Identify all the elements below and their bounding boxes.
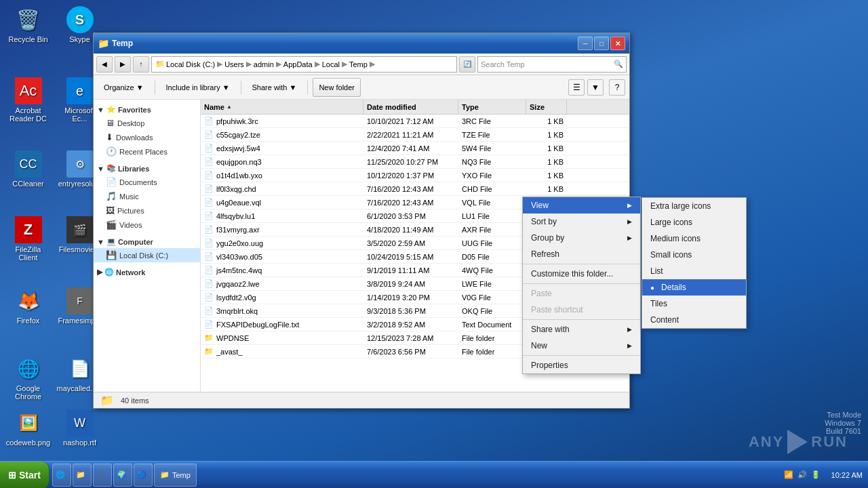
refresh-nav-button[interactable]: 🔄	[459, 56, 475, 73]
desktop-icon-recycle-bin[interactable]: 🗑️ Recycle Bin	[3, 3, 54, 46]
file-name-cell: 📄 4lfsqybv.lu1	[201, 211, 363, 220]
view-options-button[interactable]: ▼	[587, 79, 604, 96]
ctx-customize[interactable]: Customize this folder...	[523, 266, 640, 282]
sidebar-item-downloads[interactable]: ⬇ Downloads	[94, 130, 200, 144]
file-row[interactable]: 📄 equjgpon.nq3 11/25/2020 10:27 PM NQ3 F…	[201, 155, 629, 169]
ctx-properties[interactable]: Properties	[523, 357, 640, 373]
share-with-button[interactable]: Share with ▼	[246, 78, 303, 97]
desktop-icon-ccleaner[interactable]: CC CCleaner	[3, 148, 54, 190]
submenu-tiles[interactable]: Tiles	[642, 296, 746, 312]
ctx-separator-2	[523, 283, 640, 284]
list-label: List	[650, 266, 663, 276]
submenu-details[interactable]: ● Details	[642, 279, 746, 296]
ctx-refresh[interactable]: Refresh	[523, 246, 640, 262]
file-name: pfpuhiwk.3rc	[216, 117, 258, 125]
recent-places-icon: 🕐	[106, 146, 117, 157]
sidebar-item-music[interactable]: 🎵 Music	[94, 189, 200, 203]
file-icon: 📄	[204, 198, 214, 207]
address-path[interactable]: 📁 Local Disk (C:) ▶ Users ▶ admin ▶ AppD…	[151, 56, 457, 73]
file-name: _avast_	[216, 348, 243, 356]
file-row[interactable]: 📄 c55cgay2.tze 2/22/2021 11:21 AM TZE Fi…	[201, 128, 629, 142]
organize-button[interactable]: Organize ▼	[98, 78, 150, 97]
file-row[interactable]: 📄 lf0l3xqg.chd 7/16/2020 12:43 AM CHD Fi…	[201, 182, 629, 196]
ctx-paste[interactable]: Paste	[523, 285, 640, 302]
file-date-cell: 12/4/2020 7:41 AM	[363, 144, 458, 152]
desktop-icon-codeweb[interactable]: 🖼️ codeweb.png	[3, 407, 54, 449]
ctx-new[interactable]: New ▶	[523, 338, 640, 354]
ctx-paste-shortcut[interactable]: Paste shortcut	[523, 302, 640, 318]
search-input[interactable]	[481, 60, 614, 68]
file-type-cell: Text Document	[458, 321, 526, 329]
file-icon: 📄	[204, 144, 214, 152]
submenu-medium-icons[interactable]: Medium icons	[642, 230, 746, 247]
include-library-button[interactable]: Include in library ▼	[160, 78, 236, 97]
col-header-name[interactable]: Name ▲	[201, 100, 363, 114]
file-icon: 📄	[204, 239, 214, 247]
taskbar-media-button[interactable]: 🎵	[93, 464, 112, 487]
sidebar-item-desktop[interactable]: 🖥 Desktop	[94, 116, 200, 130]
col-header-date[interactable]: Date modified	[363, 100, 458, 114]
file-size-cell: 1 KB	[526, 144, 567, 152]
organize-arrow-icon: ▼	[136, 83, 144, 92]
file-row[interactable]: 📄 o1t4d1wb.yxo 10/12/2020 1:37 PM YXO Fi…	[201, 169, 629, 182]
desktop-icon-firefox[interactable]: 🦊 Firefox	[3, 285, 54, 327]
desktop-icon-filezilla[interactable]: Z FileZilla Client	[3, 214, 54, 264]
submenu-large-icons[interactable]: Large icons	[642, 214, 746, 230]
file-type-cell: 3RC File	[458, 117, 526, 125]
file-name: f31vmyrg.axr	[216, 226, 260, 234]
file-name: edxsjwvj.5w4	[216, 144, 260, 152]
libraries-header[interactable]: ▼ 📚 Libraries	[94, 162, 200, 175]
desktop-icon-chrome[interactable]: 🌐 Google Chrome	[3, 352, 54, 403]
start-button[interactable]: ⊞ Start	[0, 462, 50, 489]
nashop-label: nashop.rtf	[63, 439, 96, 447]
taskbar-temp-icon: 📁	[160, 470, 170, 479]
up-button[interactable]: ↑	[133, 56, 149, 73]
file-row[interactable]: 📄 pfpuhiwk.3rc 10/10/2021 7:12 AM 3RC Fi…	[201, 115, 629, 128]
libraries-expand-icon: ▼	[97, 165, 104, 173]
taskbar-items: 🌐 📁 🎵 🌍 🔵 📁 Temp	[50, 464, 778, 487]
computer-header[interactable]: ▼ 💻 Computer	[94, 235, 200, 248]
favorites-label: Favorites	[118, 106, 151, 114]
file-type-cell: AXR File	[458, 226, 526, 234]
taskbar-ie2-button[interactable]: 🔵	[134, 464, 153, 487]
sidebar-item-pictures[interactable]: 🖼 Pictures	[94, 203, 200, 218]
ctx-view[interactable]: View ▶	[523, 197, 640, 214]
submenu-content[interactable]: Content	[642, 312, 746, 328]
search-bar[interactable]: 🔍	[477, 56, 627, 73]
col-header-size[interactable]: Size	[526, 100, 567, 114]
desktop-icon-acrobat[interactable]: Ac Acrobat Reader DC	[3, 75, 54, 125]
help-button[interactable]: ?	[609, 79, 625, 96]
ctx-group-by[interactable]: Group by ▶	[523, 230, 640, 246]
taskbar-explorer-button[interactable]: 📁	[73, 464, 92, 487]
taskbar-clock[interactable]: 10:22 AM	[826, 471, 868, 479]
sidebar-item-recent-places[interactable]: 🕐 Recent Places	[94, 144, 200, 159]
col-header-type[interactable]: Type	[458, 100, 526, 114]
favorites-section: ▼ ⭐ Favorites 🖥 Desktop ⬇ Downloads 🕐	[94, 103, 200, 159]
path-icon: 📁	[155, 60, 165, 68]
back-button[interactable]: ◀	[96, 56, 113, 73]
taskbar-ie-button[interactable]: 🌐	[52, 464, 71, 487]
file-type-cell: V0G File	[458, 293, 526, 302]
file-row[interactable]: 📄 edxsjwvj.5w4 12/4/2020 7:41 AM 5W4 Fil…	[201, 142, 629, 155]
desktop-icon-nashop[interactable]: W nashop.rtf	[54, 407, 105, 449]
taskbar-chrome-button[interactable]: 🌍	[113, 464, 132, 487]
submenu-small-icons[interactable]: Small icons	[642, 247, 746, 263]
taskbar-temp-window[interactable]: 📁 Temp	[154, 464, 197, 487]
file-icon: 📄	[204, 130, 214, 139]
new-folder-button[interactable]: New folder	[313, 78, 361, 97]
file-name-cell: 📄 equjgpon.nq3	[201, 157, 363, 166]
submenu-list[interactable]: List	[642, 263, 746, 279]
sidebar-item-documents[interactable]: 📄 Documents	[94, 175, 200, 189]
ctx-sort-by[interactable]: Sort by ▶	[523, 214, 640, 230]
submenu-extra-large[interactable]: Extra large icons	[642, 198, 746, 214]
view-toggle-button[interactable]: ☰	[568, 79, 585, 96]
sidebar-item-videos[interactable]: 🎬 Videos	[94, 218, 200, 232]
close-button[interactable]: ✕	[610, 37, 625, 50]
favorites-header[interactable]: ▼ ⭐ Favorites	[94, 103, 200, 116]
ctx-share-with[interactable]: Share with ▶	[523, 321, 640, 338]
network-header[interactable]: ▶ 🌐 Network	[94, 266, 200, 279]
maximize-button[interactable]: □	[594, 37, 609, 50]
forward-button[interactable]: ▶	[115, 56, 131, 73]
minimize-button[interactable]: ─	[578, 37, 593, 50]
sidebar-item-local-disk[interactable]: 💾 Local Disk (C:)	[94, 248, 200, 262]
